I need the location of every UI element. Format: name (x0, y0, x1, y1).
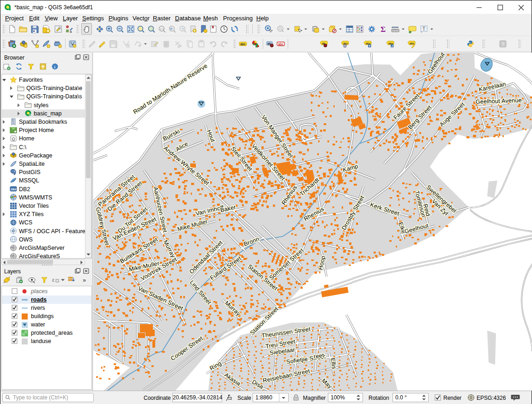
svg-text:DB2: DB2 (11, 188, 17, 191)
svg-text:abc: abc (241, 42, 246, 46)
svg-text:T: T (423, 26, 426, 31)
svg-text:abc: abc (410, 42, 415, 45)
svg-text:1:1: 1:1 (160, 28, 164, 30)
svg-text:?: ? (502, 42, 505, 47)
svg-text:Σ: Σ (381, 25, 386, 34)
svg-text:V: V (12, 229, 14, 233)
svg-text:abc: abc (343, 42, 348, 45)
svg-text:a: a (70, 30, 72, 34)
svg-text:abc: abc (278, 42, 284, 46)
svg-text:ε: ε (52, 277, 54, 283)
